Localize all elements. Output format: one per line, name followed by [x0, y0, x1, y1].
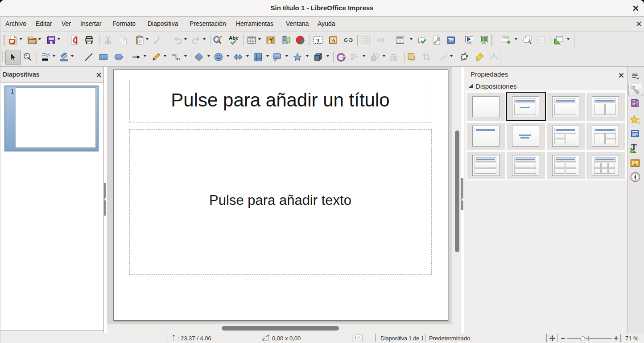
svg-text:Abc: Abc [229, 35, 239, 41]
svg-text:A: A [331, 37, 335, 44]
svg-text:T: T [316, 37, 320, 44]
